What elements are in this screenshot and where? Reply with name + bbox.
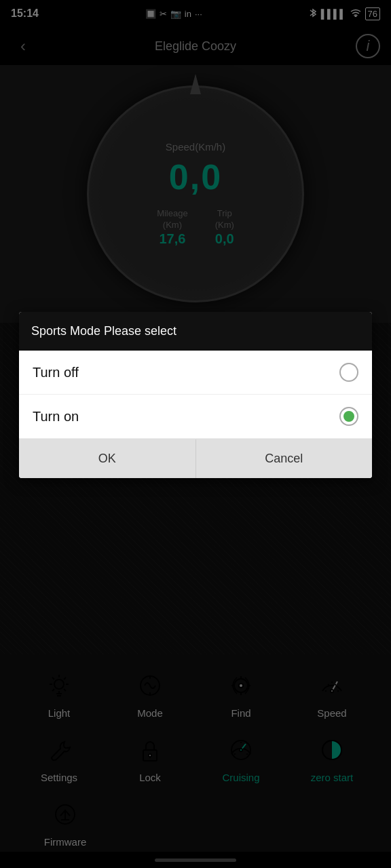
dialog-title: Sports Mode Please select bbox=[19, 312, 372, 351]
dialog-actions: OK Cancel bbox=[19, 439, 372, 478]
sports-mode-dialog: Sports Mode Please select Turn off Turn … bbox=[19, 312, 372, 478]
turn-on-radio[interactable] bbox=[339, 407, 358, 426]
turn-off-option[interactable]: Turn off bbox=[19, 351, 372, 395]
ok-button[interactable]: OK bbox=[19, 439, 196, 478]
turn-on-option[interactable]: Turn on bbox=[19, 395, 372, 439]
turn-off-radio[interactable] bbox=[339, 363, 358, 382]
radio-selected-dot bbox=[343, 411, 354, 422]
cancel-button[interactable]: Cancel bbox=[196, 439, 373, 478]
turn-on-label: Turn on bbox=[33, 409, 79, 425]
dialog-body: Turn off Turn on bbox=[19, 351, 372, 439]
turn-off-label: Turn off bbox=[33, 365, 79, 380]
